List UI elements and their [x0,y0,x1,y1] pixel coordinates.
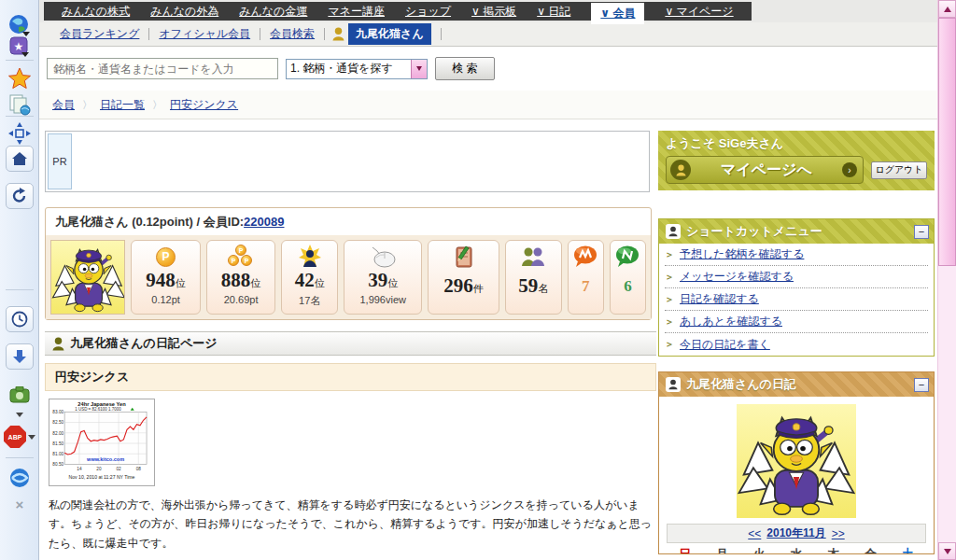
stat-orange-badge[interactable]: 7 [568,240,604,315]
nav-mypage[interactable]: ∨ マイページ [665,4,733,20]
arrow-icon: ＞ [665,271,674,284]
diary-entry-body: 24hr Japanese Yen 1 USD = 82.6100 1.7000… [45,391,656,560]
breadcrumb: 会員 日記一覧 円安ジンクス [39,91,937,119]
stat-friends-count[interactable]: 59名 [505,240,562,315]
go-arrow-icon: › [842,162,857,177]
calendar-day: 土 [889,546,926,554]
calendar-day: 月 [704,546,741,554]
nav-minna-kinun[interactable]: みんなの金運 [239,4,307,20]
shortcut-link-write-diary[interactable]: 今日の日記を書く [680,337,770,353]
toolbar-divider [6,457,34,458]
svg-text:83.00: 83.00 [52,410,63,414]
minimize-button[interactable]: − [914,378,929,392]
stat-total-point-rank[interactable]: P P P 888位 20.69pt [206,240,275,315]
shortcut-link-messages[interactable]: メッセージを確認する [680,269,794,285]
stat-point-rank[interactable]: P 948位 0.12pt [131,240,200,315]
nav-minna-gaitame[interactable]: みんなの外為 [150,4,218,20]
calendar-nav: << 2010年11月 >> [667,524,926,543]
stock-search-bar: 1. 銘柄・通貨を探す 検 索 [39,47,937,91]
calendar-day: 日 [667,546,704,554]
shortcut-menu-title: ショートカットメニュー [686,223,908,240]
calendar-month-link[interactable]: 2010年11月 [766,525,825,541]
shortcut-link-predicted-stocks[interactable]: 予想した銘柄を確認する [680,246,804,262]
member-name-text: 九尾化猫さん (0.12point) / 会員ID: [55,215,244,229]
history-clock-button[interactable] [0,306,39,332]
member-avatar[interactable] [50,240,125,315]
search-button[interactable]: 検 索 [435,57,495,80]
breadcrumb-current[interactable]: 円安ジンクス [170,97,238,113]
calendar-day: 火 [740,546,778,554]
svg-text:81.00: 81.00 [52,452,63,456]
breadcrumb-separator [75,98,100,112]
nav-money-kouza[interactable]: マネー講座 [328,4,385,20]
nav-kaiin-active-tab[interactable]: ∨ 会員 [591,3,644,24]
scrollbar-thumb[interactable] [938,18,956,266]
mouse-icon [344,244,421,270]
shortcut-link-footprints[interactable]: あしあとを確認する [680,314,782,329]
shortcut-link-diary[interactable]: 日記を確認する [680,291,759,307]
home-button[interactable] [0,146,39,172]
nav-nikki[interactable]: ∨ 日記 [537,4,570,20]
stat-diary-count[interactable]: 296件 [428,240,499,315]
shortcut-item: ＞ メッセージを確認する [665,266,928,288]
minimize-button[interactable]: − [914,225,929,239]
diary-widget-header: 九尾化猫さんの日記 − [659,372,934,397]
search-category-select[interactable]: 1. 銘柄・通貨を探す [286,59,428,79]
separator [324,28,325,40]
link-member-search[interactable]: 会員検索 [270,26,315,42]
scroll-up-button[interactable] [938,0,956,18]
calendar-next-link[interactable]: >> [832,527,845,540]
nav-keijiban[interactable]: ∨ 掲示板 [471,4,516,20]
link-member-ranking[interactable]: 会員ランキング [60,26,139,42]
select-dropdown-arrow[interactable] [411,60,427,78]
diary-page-header-text: 九尾化猫さんの日記ページ [70,335,218,352]
svg-text:★: ★ [14,40,24,53]
download-button[interactable] [0,343,39,370]
vertical-scrollbar[interactable] [937,0,956,560]
arrow-icon: ＞ [665,315,674,329]
toolbar-divider [6,60,34,61]
globe-icon[interactable] [0,13,39,37]
breadcrumb-separator [145,98,170,112]
favorites-star-icon[interactable] [0,67,39,90]
link-official-members[interactable]: オフィシャル会員 [159,26,250,42]
nav-minna-kabushiki[interactable]: みんなの株式 [62,4,130,20]
bookmark-panel-icon[interactable]: ★ [0,35,39,58]
mypage-button-label: マイページへ [691,161,842,180]
stat-green-badge[interactable]: 6 [610,240,646,315]
stat-fan-rank[interactable]: 42位 17名 [281,240,338,315]
yen-chart-image[interactable]: 24hr Japanese Yen 1 USD = 82.6100 1.7000… [49,399,155,486]
svg-text:Nov 10, 2010 at 11:27 NY Time: Nov 10, 2010 at 11:27 NY Time [69,474,135,480]
top-nav: みんなの株式 みんなの外為 みんなの金運 マネー講座 ショップ ∨ 掲示板 ∨ … [39,0,937,22]
close-icon[interactable]: × [0,497,39,512]
scroll-down-button[interactable] [938,542,956,560]
diary-entry-title: 円安ジンクス [45,363,656,391]
separator [441,28,442,40]
svg-text:81.50: 81.50 [52,441,63,446]
mypage-button[interactable]: マイページへ › [666,156,864,184]
stat-access-rank[interactable]: 39位 1,996view [344,240,422,315]
svg-text:80.50: 80.50 [52,462,63,467]
calendar-prev-link[interactable]: << [748,527,761,540]
sync-globe-icon[interactable] [0,467,39,489]
caret-down-icon[interactable] [0,413,39,417]
screenshot-icon[interactable] [0,386,39,403]
fan-star-icon [282,244,337,270]
breadcrumb-member[interactable]: 会員 [52,97,75,113]
stock-search-input[interactable] [47,58,278,79]
current-member-tab[interactable]: 九尾化猫さん [348,23,431,45]
logout-button[interactable]: ログアウト [871,161,927,179]
refresh-button[interactable] [0,183,39,209]
diary-book-icon [429,244,498,270]
member-avatar-large [737,404,856,518]
arrow-icon: ＞ [665,248,674,261]
adblock-abp-icon[interactable]: ABP [0,426,39,448]
breadcrumb-diary-list[interactable]: 日記一覧 [100,97,145,113]
pages-icon[interactable] [0,93,39,116]
pan-compass-icon[interactable] [0,121,39,146]
welcome-greeting: ようこそ SiGe夫さん [666,135,927,152]
shortcut-item: ＞ 今日の日記を書く [665,333,928,356]
member-id-link[interactable]: 220089 [244,215,284,229]
member-person-icon [332,27,344,41]
nav-shop[interactable]: ショップ [405,4,451,20]
